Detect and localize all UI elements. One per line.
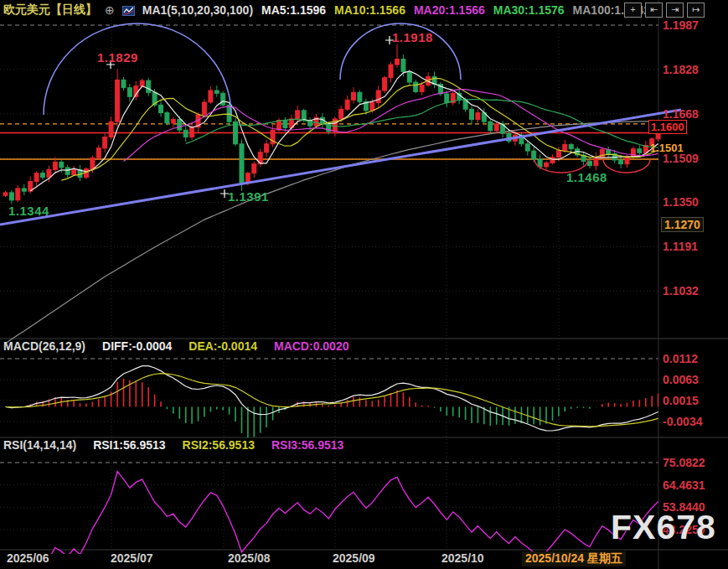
price-axis-tick: 1.1032: [663, 284, 699, 297]
ma-value-label: MA5:1.1596: [261, 3, 326, 17]
price-axis-tick: 1.1668: [663, 107, 699, 121]
symbol-title: 欧元美元【日线】: [3, 3, 97, 18]
shift-right-icon[interactable]: ↦: [687, 3, 705, 18]
chart-header: 欧元美元【日线】 ⊕ MA1(5,10,20,30,100)MA5:1.1596…: [3, 3, 658, 18]
zoom-x-out-icon[interactable]: ⇥: [666, 3, 684, 18]
rsi-value-label: RSI2:56.9513: [183, 438, 255, 452]
ma-value-label: MA20:1.1566: [414, 3, 485, 17]
price-axis-tick: 1.1987: [663, 18, 699, 32]
date-axis-label: 2025/09: [333, 551, 375, 565]
price-annotation: 1.1829: [97, 50, 138, 65]
macd-value-label: MACD(26,12,9): [3, 339, 85, 353]
chart-app: 欧元美元【日线】 ⊕ MA1(5,10,20,30,100)MA5:1.1596…: [0, 0, 728, 569]
ma-values-row: MA1(5,10,20,30,100)MA5:1.1596MA10:1.1566…: [142, 3, 658, 17]
macd-axis-tick: -0.0034: [663, 415, 702, 428]
zoom-x-in-icon[interactable]: ⇤: [645, 3, 663, 18]
date-axis-label: 2025/07: [111, 551, 153, 565]
expand-icon[interactable]: ⊕: [105, 3, 115, 17]
price-annotation: 1.1391: [228, 189, 269, 204]
price-annotation: 1.1468: [566, 170, 607, 184]
support-price-tag: 1.1501: [650, 142, 684, 154]
date-axis-label: 2025/10: [441, 551, 484, 565]
macd-value-label: MACD:0.0020: [274, 339, 349, 353]
rsi-header-row: RSI(14,14,14)RSI1:56.9513RSI2:56.9513RSI…: [3, 438, 352, 452]
date-axis-label: 2025/06: [7, 551, 49, 565]
macd-header-row: MACD(26,12,9)DIFF:-0.0004DEA:-0.0014MACD…: [3, 339, 357, 353]
price-annotation: 1.1918: [392, 30, 433, 44]
rsi-value-label: RSI(14,14,14): [3, 438, 76, 452]
ma-value-label: MA10:1.1566: [334, 3, 405, 17]
price-axis-highlight-tick: 1.1270: [661, 217, 704, 232]
macd-axis-tick: 0.0063: [663, 373, 699, 386]
date-axis-highlight: 2025/10/24 星期五: [522, 551, 626, 566]
rsi-axis-tick: 64.4631: [663, 478, 705, 492]
chart-type-icon[interactable]: [122, 5, 135, 15]
macd-value-label: DEA:-0.0014: [188, 339, 257, 353]
macd-axis-tick: 0.0112: [663, 352, 698, 365]
macd-axis-tick: 0.0015: [663, 394, 699, 407]
ma-value-label: MA30:1.1576: [493, 3, 565, 17]
price-annotation: 1.1344: [8, 204, 49, 218]
price-axis-tick: 1.1828: [663, 63, 699, 76]
ma-value-label: MA1(5,10,20,30,100): [142, 3, 253, 17]
price-axis-tick: 1.1350: [663, 195, 699, 209]
macd-value-label: DIFF:-0.0004: [102, 339, 172, 353]
rsi-axis-tick: 75.0822: [663, 456, 705, 469]
price-axis-tick: 1.1191: [663, 240, 698, 253]
rsi-value-label: RSI1:56.9513: [93, 438, 165, 452]
candlestick-chart-canvas[interactable]: [0, 0, 728, 569]
rsi-value-label: RSI3:56.9513: [271, 438, 343, 452]
pan-icon[interactable]: +: [624, 3, 642, 18]
last-price-tag: 1.1600: [648, 120, 687, 134]
chart-toolbar: +⇤⇥↦: [624, 3, 705, 18]
date-axis-label: 2025/08: [228, 551, 271, 565]
fx678-watermark: FX678: [611, 508, 716, 547]
